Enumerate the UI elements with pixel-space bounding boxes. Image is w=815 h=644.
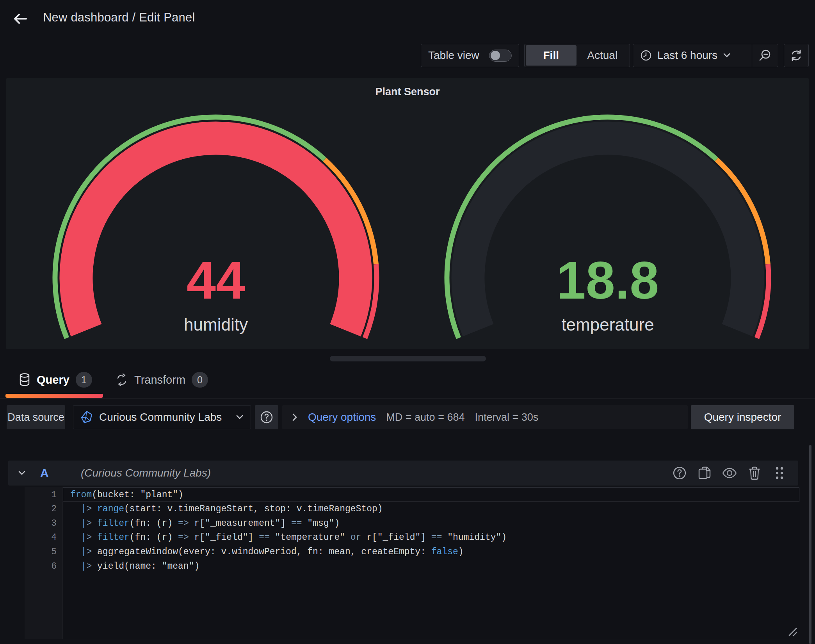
transform-icon	[116, 374, 128, 386]
tab-bar: Query 1 Transform 0	[0, 366, 815, 399]
chevron-right-icon[interactable]	[292, 413, 298, 422]
delete-query-button[interactable]	[747, 465, 762, 481]
gauge-value: 44	[187, 251, 245, 310]
query-row-actions	[672, 465, 798, 481]
code-token: (bucket: "plant")	[92, 490, 183, 500]
code-token	[70, 518, 81, 528]
code-token: |>	[81, 561, 92, 571]
tab-query-label: Query	[37, 374, 69, 386]
code-line[interactable]: |> filter(fn: (r) => r["_field"] == "tem…	[70, 530, 507, 545]
query-ref-label[interactable]: A	[40, 466, 56, 480]
refresh-button[interactable]	[784, 44, 809, 67]
code-token: false	[431, 547, 458, 557]
pane-drag-handle[interactable]	[330, 356, 486, 361]
actual-button[interactable]: Actual	[577, 45, 629, 66]
code-line[interactable]: |> filter(fn: (r) => r["_measurement"] =…	[70, 516, 340, 531]
chevron-down-icon	[18, 470, 26, 476]
tab-query[interactable]: Query 1	[19, 366, 92, 393]
datasource-help-button[interactable]	[255, 405, 278, 429]
panel-title: Plant Sensor	[6, 86, 809, 98]
query-count-badge: 1	[76, 372, 92, 388]
code-token: ==	[259, 532, 270, 543]
arrow-left-icon	[13, 11, 28, 26]
fill-actual-segmented: Fill Actual	[524, 44, 630, 67]
query-inspector-button[interactable]: Query inspector	[691, 405, 794, 429]
pane-scrollbar[interactable]	[809, 445, 811, 644]
active-tab-underline	[5, 394, 103, 398]
code-token	[92, 518, 97, 528]
toggle-query-visibility-button[interactable]	[722, 465, 737, 481]
gauge-label: humidity	[184, 315, 248, 334]
code-line[interactable]: from(bucket: "plant")	[70, 488, 183, 502]
table-view-label: Table view	[428, 49, 479, 62]
gauge-label: temperature	[561, 315, 654, 334]
chevron-down-icon	[723, 53, 731, 58]
zoom-out-button[interactable]	[752, 44, 778, 67]
code-token: )	[458, 547, 464, 557]
code-token: "humidity")	[442, 532, 507, 543]
code-token	[70, 547, 81, 557]
database-icon	[19, 373, 30, 386]
drag-query-grip[interactable]	[772, 465, 787, 481]
code-token: |>	[81, 518, 92, 528]
time-range-picker[interactable]: Last 6 hours	[633, 44, 752, 67]
data-source-value: Curious Community Labs	[99, 411, 230, 423]
line-number: 3	[29, 516, 57, 531]
line-number: 6	[29, 559, 57, 574]
code-token	[70, 532, 81, 543]
fill-button[interactable]: Fill	[526, 45, 577, 66]
code-token: "msg")	[302, 518, 340, 528]
clock-icon	[640, 50, 652, 61]
temperature-gauge: 18.8temperature	[407, 98, 809, 347]
code-token	[70, 561, 81, 571]
query-help-button[interactable]	[672, 465, 687, 481]
code-token: ==	[291, 518, 302, 528]
tab-transform[interactable]: Transform 0	[116, 366, 208, 393]
chevron-down-icon	[236, 415, 244, 420]
code-token: =>	[178, 532, 189, 543]
query-options-bar: Query options MD = auto = 684 Interval =…	[282, 405, 688, 429]
code-token: (fn: (r)	[130, 518, 178, 528]
code-token: from	[70, 490, 92, 500]
gauge-value: 18.8	[557, 251, 659, 310]
code-token: r["_measurement"]	[189, 518, 291, 528]
code-token: filter	[97, 532, 130, 543]
code-token	[70, 504, 81, 514]
code-token: aggregateWindow(every: v.windowPeriod, f…	[92, 547, 431, 557]
duplicate-query-button[interactable]	[697, 465, 712, 481]
code-token: r["_field"]	[189, 532, 259, 543]
line-number-gutter: 123456	[25, 487, 62, 639]
code-token	[92, 532, 97, 543]
code-token: |>	[81, 547, 92, 557]
grafana-edit-panel-screen: New dashboard / Edit Panel Table view Fi…	[0, 0, 815, 644]
table-view-toggle[interactable]	[489, 50, 512, 62]
table-view-group: Table view	[421, 44, 519, 67]
line-number: 5	[29, 545, 57, 559]
code-token: =>	[178, 518, 189, 528]
plant-sensor-panel[interactable]: Plant Sensor 44humidity 18.8temperature	[6, 78, 809, 349]
datasource-logo-icon	[80, 411, 93, 424]
code-line[interactable]: |> aggregateWindow(every: v.windowPeriod…	[70, 545, 464, 559]
trash-icon	[748, 466, 761, 480]
humidity-gauge: 44humidity	[15, 98, 417, 347]
data-source-picker[interactable]: Curious Community Labs	[73, 405, 251, 429]
code-line[interactable]: |> yield(name: "mean")	[70, 559, 199, 574]
code-editor[interactable]: 123456 from(bucket: "plant") |> range(st…	[25, 487, 800, 639]
collapse-query-row-button[interactable]	[8, 470, 36, 476]
code-token: (start: v.timeRangeStart, stop: v.timeRa…	[124, 504, 383, 514]
md-stat: MD = auto = 684	[386, 411, 464, 423]
code-token: (fn: (r)	[130, 532, 178, 543]
code-token: range	[97, 504, 124, 514]
query-row-header[interactable]: A (Curious Community Labs)	[8, 461, 798, 486]
query-options-link[interactable]: Query options	[308, 411, 376, 423]
back-button[interactable]	[10, 9, 30, 29]
code-token: filter	[97, 518, 130, 528]
time-range-group: Last 6 hours	[633, 44, 778, 67]
editor-resize-grip-icon[interactable]	[786, 625, 798, 637]
code-line[interactable]: |> range(start: v.timeRangeStart, stop: …	[70, 502, 383, 516]
code-token: "temperature"	[270, 532, 351, 543]
time-range-label: Last 6 hours	[657, 49, 717, 62]
help-circle-icon	[260, 411, 273, 424]
line-number: 4	[29, 530, 57, 545]
interval-stat: Interval = 30s	[475, 411, 538, 423]
